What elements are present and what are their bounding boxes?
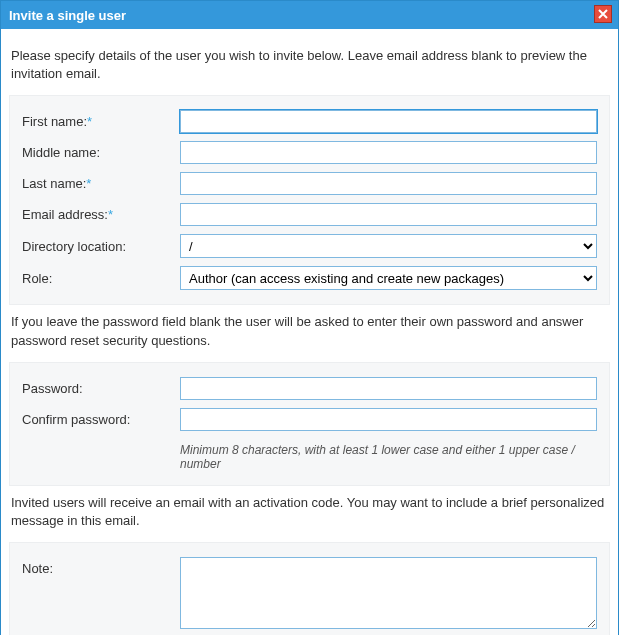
email-input[interactable] <box>180 203 597 226</box>
dialog-title: Invite a single user <box>9 8 126 23</box>
note-section: Note: <box>9 542 610 635</box>
close-button[interactable] <box>594 5 612 23</box>
middle-name-label: Middle name: <box>22 145 180 160</box>
last-name-input[interactable] <box>180 172 597 195</box>
directory-label: Directory location: <box>22 239 180 254</box>
first-name-input[interactable] <box>180 110 597 133</box>
dialog-content: Please specify details of the user you w… <box>1 29 618 635</box>
note-intro-text: Invited users will receive an email with… <box>9 486 610 542</box>
password-label: Password: <box>22 381 180 396</box>
password-section: Password: Confirm password: Minimum 8 ch… <box>9 362 610 486</box>
last-name-label: Last name:* <box>22 176 180 191</box>
titlebar: Invite a single user <box>1 1 618 29</box>
password-intro-text: If you leave the password field blank th… <box>9 305 610 361</box>
first-name-label: First name:* <box>22 114 180 129</box>
note-label: Note: <box>22 557 180 576</box>
note-textarea[interactable] <box>180 557 597 629</box>
password-input[interactable] <box>180 377 597 400</box>
role-label: Role: <box>22 271 180 286</box>
role-select[interactable]: Author (can access existing and create n… <box>180 266 597 290</box>
confirm-password-input[interactable] <box>180 408 597 431</box>
close-icon <box>598 9 608 19</box>
confirm-password-label: Confirm password: <box>22 412 180 427</box>
email-label: Email address:* <box>22 207 180 222</box>
user-details-section: First name:* Middle name: Last name:* Em… <box>9 95 610 305</box>
middle-name-input[interactable] <box>180 141 597 164</box>
password-hint: Minimum 8 characters, with at least 1 lo… <box>180 439 597 471</box>
directory-select[interactable]: / <box>180 234 597 258</box>
invite-user-dialog: Invite a single user Please specify deta… <box>0 0 619 635</box>
intro-text: Please specify details of the user you w… <box>9 39 610 95</box>
